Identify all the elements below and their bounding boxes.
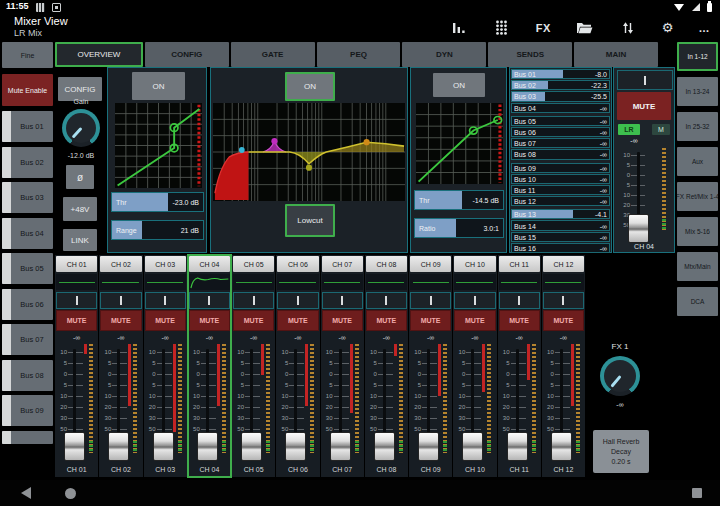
send-row-bus-06[interactable]: Bus 06-∞ — [511, 127, 610, 137]
channel-pan[interactable] — [366, 292, 407, 309]
channel-eq-thumbnail[interactable] — [410, 274, 451, 290]
gain-knob[interactable] — [62, 109, 100, 147]
channel-eq-thumbnail[interactable] — [543, 274, 584, 290]
send-row-bus-03[interactable]: Bus 03-25.5 — [511, 91, 610, 101]
channel-fader[interactable]: 10 5 0 5 10 20 30 50 — [453, 344, 496, 463]
tab-main[interactable]: MAIN — [574, 42, 658, 67]
fx-send-knob[interactable] — [600, 356, 640, 396]
tab-sends[interactable]: SENDS — [488, 42, 572, 67]
main-fader[interactable]: 10 5 0 5 10 20 30 50 — [616, 148, 672, 246]
dyn-threshold-slider[interactable]: Thr -14.5 dB — [414, 190, 504, 210]
channel-mute-button[interactable]: MUTE — [322, 310, 363, 331]
channel-fader[interactable]: 10 5 0 5 10 20 30 50 — [542, 344, 585, 463]
channel-fader[interactable]: 10 5 0 5 10 20 30 50 — [365, 344, 408, 463]
main-pan-control[interactable] — [617, 70, 673, 90]
layer-in-1-12[interactable]: In 1-12 — [677, 42, 718, 71]
tab-overview[interactable]: OVERVIEW — [55, 42, 143, 67]
channel-pan[interactable] — [322, 292, 363, 309]
channel-eq-thumbnail[interactable] — [322, 274, 363, 290]
mono-assign-button[interactable]: M — [652, 124, 670, 135]
recents-button[interactable] — [692, 488, 702, 498]
send-row-bus-11[interactable]: Bus 11-∞ — [511, 185, 610, 195]
channel-eq-thumbnail[interactable] — [277, 274, 318, 290]
dialpad-icon[interactable] — [493, 19, 511, 37]
send-row-bus-16[interactable]: Bus 16-∞ — [511, 243, 610, 253]
channel-pan[interactable] — [410, 292, 451, 309]
fader-cap[interactable] — [507, 432, 528, 461]
channel-fader[interactable]: 10 5 0 5 10 20 30 50 — [321, 344, 364, 463]
channel-select-button[interactable]: CH 11 — [499, 256, 540, 272]
folder-icon[interactable] — [576, 19, 594, 37]
sidebar-bus-03[interactable]: Bus 03 — [2, 182, 53, 213]
channel-select-button[interactable]: CH 04 — [189, 256, 230, 272]
channel-mute-button[interactable]: MUTE — [366, 310, 407, 331]
gate-threshold-slider[interactable]: Thr -23.0 dB — [111, 192, 204, 212]
channel-select-button[interactable]: CH 09 — [410, 256, 451, 272]
fader-cap[interactable] — [418, 432, 439, 461]
send-row-bus-12[interactable]: Bus 12-∞ — [511, 196, 610, 206]
back-button[interactable] — [21, 487, 31, 499]
gate-curve-graph[interactable] — [115, 103, 202, 188]
layer-in-25-32[interactable]: In 25-32 — [677, 112, 718, 141]
channel-mute-button[interactable]: MUTE — [543, 310, 584, 331]
channel-eq-thumbnail[interactable] — [366, 274, 407, 290]
send-row-bus-01[interactable]: Bus 01-8.0 — [511, 69, 610, 79]
channel-eq-thumbnail[interactable] — [56, 274, 97, 290]
channel-eq-thumbnail[interactable] — [233, 274, 274, 290]
send-row-bus-15[interactable]: Bus 15-∞ — [511, 232, 610, 242]
tab-peq[interactable]: PEQ — [317, 42, 401, 67]
channel-select-button[interactable]: CH 02 — [100, 256, 141, 272]
channel-mute-button[interactable]: MUTE — [145, 310, 186, 331]
lr-assign-button[interactable]: LR — [618, 124, 640, 135]
sidebar-bus-02[interactable]: Bus 02 — [2, 147, 53, 178]
send-row-bus-05[interactable]: Bus 05-∞ — [511, 116, 610, 126]
send-row-bus-07[interactable]: Bus 07-∞ — [511, 138, 610, 148]
channel-select-button[interactable]: CH 07 — [322, 256, 363, 272]
channel-select-button[interactable]: CH 08 — [366, 256, 407, 272]
send-row-bus-10[interactable]: Bus 10-∞ — [511, 174, 610, 184]
sidebar-bus-09[interactable]: Bus 09 — [2, 395, 53, 426]
fader-cap[interactable] — [241, 432, 262, 461]
sidebar-bus-clipped[interactable] — [2, 431, 53, 444]
sidebar-bus-05[interactable]: Bus 05 — [2, 253, 53, 284]
tab-config[interactable]: CONFIG — [145, 42, 229, 67]
channel-fader[interactable]: 10 5 0 5 10 20 30 50 — [232, 344, 275, 463]
home-button[interactable] — [65, 488, 76, 499]
channel-pan[interactable] — [233, 292, 274, 309]
channel-mute-button[interactable]: MUTE — [100, 310, 141, 331]
sidebar-bus-04[interactable]: Bus 04 — [2, 218, 53, 249]
channel-pan[interactable] — [56, 292, 97, 309]
sidebar-bus-01[interactable]: Bus 01 — [2, 111, 53, 142]
mute-enable-button[interactable]: Mute Enable — [2, 74, 53, 106]
layer-fx-ret[interactable]: FX Ret/Mix 1-4 — [677, 182, 718, 211]
sidebar-bus-07[interactable]: Bus 07 — [2, 324, 53, 355]
channel-mute-button[interactable]: MUTE — [233, 310, 274, 331]
peq-curve-graph[interactable] — [213, 103, 405, 201]
channel-eq-thumbnail[interactable] — [145, 274, 186, 290]
channel-pan[interactable] — [277, 292, 318, 309]
channel-fader[interactable]: 10 5 0 5 10 20 30 50 — [409, 344, 452, 463]
send-row-bus-13[interactable]: Bus 13-4.1 — [511, 209, 610, 219]
meters-icon[interactable] — [450, 19, 468, 37]
channel-mute-button[interactable]: MUTE — [277, 310, 318, 331]
fader-cap[interactable] — [108, 432, 129, 461]
channel-select-button[interactable]: CH 12 — [543, 256, 584, 272]
send-row-bus-14[interactable]: Bus 14-∞ — [511, 220, 610, 230]
layer-mix-5-16[interactable]: Mix 5-16 — [677, 217, 718, 246]
peq-on-button[interactable]: ON — [285, 72, 335, 101]
channel-mute-button[interactable]: MUTE — [189, 310, 230, 331]
channel-pan[interactable] — [543, 292, 584, 309]
channel-mute-button[interactable]: MUTE — [56, 310, 97, 331]
channel-pan[interactable] — [100, 292, 141, 309]
send-row-bus-09[interactable]: Bus 09-∞ — [511, 163, 610, 173]
phantom-48v-button[interactable]: +48V — [63, 197, 97, 221]
layer-aux[interactable]: Aux — [677, 147, 718, 176]
overflow-menu-icon[interactable]: … — [699, 22, 711, 34]
gate-range-slider[interactable]: Range 21 dB — [111, 220, 204, 240]
phase-button[interactable]: ø — [66, 165, 94, 189]
channel-eq-thumbnail[interactable] — [189, 274, 230, 290]
main-mute-button[interactable]: MUTE — [617, 92, 671, 120]
sidebar-bus-08[interactable]: Bus 08 — [2, 360, 53, 391]
fine-button[interactable]: Fine — [2, 42, 53, 68]
channel-select-button[interactable]: CH 05 — [233, 256, 274, 272]
